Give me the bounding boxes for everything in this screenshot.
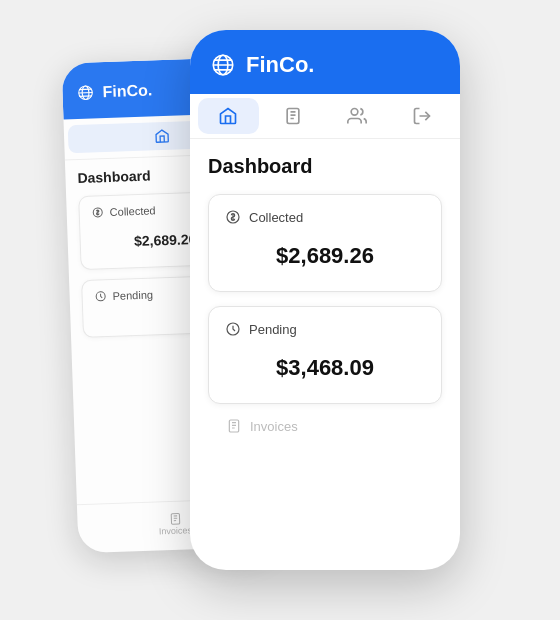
svg-rect-18 bbox=[229, 420, 238, 432]
clock-icon-back bbox=[94, 290, 106, 302]
front-pending-value: $3,468.09 bbox=[225, 347, 425, 389]
back-invoices-label: Invoices bbox=[159, 525, 192, 536]
documents-icon bbox=[283, 106, 303, 126]
logout-icon bbox=[412, 106, 432, 126]
dollar-circle-icon-front bbox=[225, 209, 241, 225]
front-phone-header: FinCo. bbox=[190, 38, 460, 94]
clock-icon-front bbox=[225, 321, 241, 337]
front-nav-logout[interactable] bbox=[392, 98, 453, 134]
front-collected-value: $2,689.26 bbox=[225, 235, 425, 277]
front-invoices-section[interactable]: Invoices bbox=[208, 418, 442, 434]
home-icon-front bbox=[218, 106, 238, 126]
back-phone-app-name: FinCo. bbox=[102, 81, 152, 101]
front-phone-content: Dashboard Collected $2,689.26 bbox=[190, 139, 460, 450]
front-pending-label: Pending bbox=[225, 321, 425, 337]
dollar-circle-icon bbox=[92, 206, 104, 218]
back-collected-text: Collected bbox=[110, 204, 156, 218]
front-nav-home[interactable] bbox=[198, 98, 259, 134]
front-invoices-label: Invoices bbox=[250, 419, 298, 434]
front-phone-navbar bbox=[190, 94, 460, 139]
front-page-title: Dashboard bbox=[208, 155, 442, 178]
svg-rect-7 bbox=[171, 513, 180, 524]
front-nav-users[interactable] bbox=[327, 98, 388, 134]
front-collected-card: Collected $2,689.26 bbox=[208, 194, 442, 292]
front-collected-text: Collected bbox=[249, 210, 303, 225]
front-pending-card: Pending $3,468.09 bbox=[208, 306, 442, 404]
invoices-icon-back bbox=[168, 512, 182, 526]
front-collected-label: Collected bbox=[225, 209, 425, 225]
notch bbox=[190, 30, 460, 38]
phone-front: FinCo. bbox=[190, 30, 460, 570]
front-nav-documents[interactable] bbox=[263, 98, 324, 134]
invoices-icon-front bbox=[226, 418, 242, 434]
back-invoices-nav[interactable]: Invoices bbox=[158, 511, 192, 536]
front-phone-app-name: FinCo. bbox=[246, 52, 314, 78]
scene: FinCo. Dashboard Collected bbox=[70, 30, 490, 590]
users-icon bbox=[347, 106, 367, 126]
front-pending-text: Pending bbox=[249, 322, 297, 337]
svg-point-14 bbox=[351, 109, 358, 116]
globe-icon-front bbox=[210, 52, 236, 78]
back-pending-text: Pending bbox=[112, 289, 153, 302]
globe-icon bbox=[76, 83, 95, 102]
home-icon bbox=[153, 128, 170, 145]
